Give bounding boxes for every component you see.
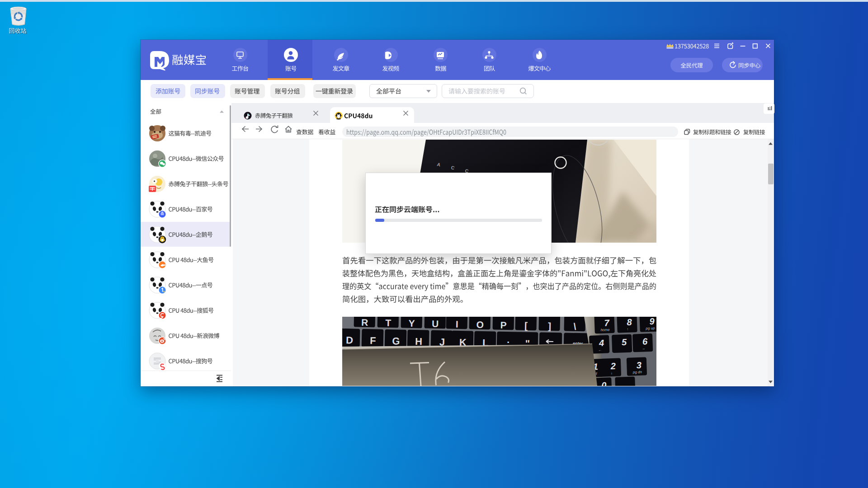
svg-text:↑: ↑ — [627, 327, 628, 331]
svg-text:O: O — [476, 319, 484, 330]
svg-text:0: 0 — [601, 380, 607, 386]
svg-text:]: ] — [548, 321, 551, 331]
svg-text:7: 7 — [604, 318, 610, 328]
svg-text:H: H — [415, 336, 422, 347]
svg-text:home: home — [600, 328, 610, 332]
svg-text:pg up: pg up — [645, 326, 655, 331]
svg-text:2: 2 — [610, 361, 616, 371]
svg-text:↓: ↓ — [611, 371, 613, 375]
svg-text:8: 8 — [627, 317, 632, 327]
svg-text:P: P — [500, 320, 506, 330]
svg-text:4: 4 — [599, 338, 604, 348]
svg-text:D: D — [346, 334, 353, 346]
svg-text:9: 9 — [649, 317, 655, 326]
svg-text:→: → — [642, 347, 645, 351]
svg-text:F: F — [370, 335, 376, 346]
svg-text:5: 5 — [622, 337, 627, 347]
svg-text:←: ← — [598, 348, 602, 352]
svg-text:I: I — [456, 319, 458, 329]
svg-text:3: 3 — [636, 360, 642, 370]
svg-text:[: [ — [524, 320, 528, 331]
svg-text:6: 6 — [642, 336, 648, 346]
svg-text:pg dn: pg dn — [632, 370, 642, 375]
svg-text:T: T — [385, 318, 391, 328]
svg-text:U: U — [432, 319, 439, 329]
svg-text:G: G — [392, 335, 400, 347]
svg-text:\: \ — [574, 321, 576, 332]
svg-text:Y: Y — [409, 318, 415, 328]
svg-text:.: . — [626, 380, 629, 386]
svg-text:R: R — [361, 317, 368, 328]
